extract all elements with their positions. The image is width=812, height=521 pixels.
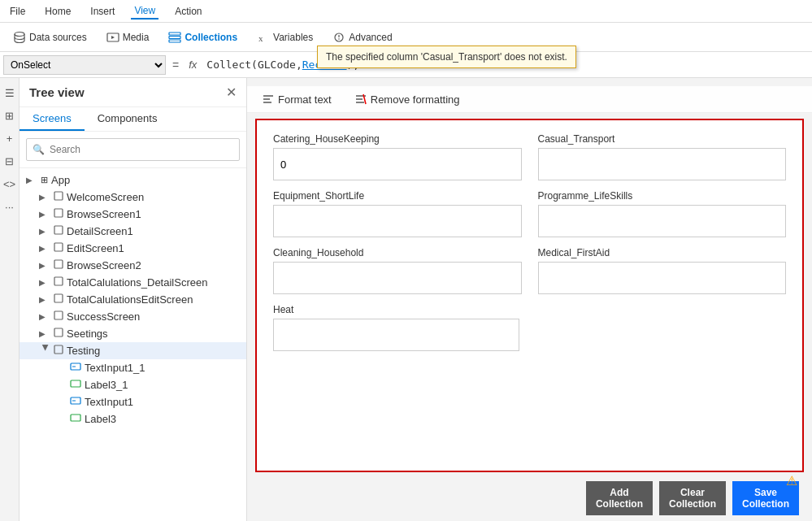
svg-rect-11 <box>54 209 63 217</box>
screen-icon-1 <box>54 208 63 220</box>
field-heat: Heat <box>273 304 786 351</box>
search-input[interactable] <box>26 138 240 161</box>
label-equipment: Equipment_ShortLife <box>273 190 522 202</box>
label3-1-label: Label3_1 <box>85 379 128 391</box>
textinput-icon-0 <box>70 362 81 374</box>
input-heat[interactable] <box>273 319 519 351</box>
tab-components[interactable]: Components <box>85 107 171 131</box>
advanced-label: Advanced <box>349 32 392 43</box>
remove-formatting-label: Remove formatting <box>371 93 460 106</box>
collections-btn[interactable]: Collections <box>162 28 244 47</box>
label-programme: Programme_LifeSkills <box>538 190 787 202</box>
sidebar: Tree view ✕ Screens Components 🔍 ▶ ⊞ App… <box>20 78 247 521</box>
save-collection-label: SaveCollection <box>742 487 789 510</box>
chevron-browse1: ▶ <box>39 210 52 219</box>
browsescreen1-label: BrowseScreen1 <box>67 208 141 220</box>
seetings-label: Seetings <box>67 328 108 340</box>
textinput1-label: TextInput1 <box>85 396 133 408</box>
screen-icon-4 <box>54 259 63 271</box>
label-cleaning: Cleaning_Household <box>273 247 522 258</box>
more-icon[interactable]: ··· <box>2 198 18 215</box>
clear-collection-button[interactable]: ClearCollection <box>659 481 726 515</box>
label3-label: Label3 <box>85 413 116 425</box>
field-cleaning-household: Cleaning_Household <box>273 247 522 294</box>
variables-btn[interactable]: x Variables <box>250 28 319 47</box>
browsescreen2-label: BrowseScreen2 <box>67 259 141 271</box>
tree-item-browsescreen2[interactable]: ▶ BrowseScreen2 <box>20 257 246 274</box>
formula-select[interactable]: OnSelect <box>3 55 166 75</box>
input-equipment[interactable] <box>273 205 522 237</box>
input-medical[interactable] <box>538 262 787 294</box>
warning-icon: ⚠ <box>786 473 797 488</box>
tab-screens[interactable]: Screens <box>20 107 85 131</box>
svg-rect-22 <box>71 380 80 387</box>
input-casual[interactable] <box>538 148 787 180</box>
layers-icon[interactable]: ⊞ <box>2 107 18 124</box>
remove-formatting-btn[interactable]: Remove formatting <box>350 91 465 107</box>
menu-file[interactable]: File <box>7 4 28 19</box>
input-cleaning[interactable] <box>273 262 522 294</box>
tree-item-totalcaldetail[interactable]: ▶ TotalCalulations_DetailScreen <box>20 274 246 291</box>
chevron-welcome: ▶ <box>39 193 52 202</box>
error-tooltip: The specified column 'Casual_Transport' … <box>317 46 576 68</box>
welcomescreen-label: WelcomeScreen <box>67 191 144 203</box>
svg-rect-18 <box>54 328 63 336</box>
menu-home[interactable]: Home <box>41 4 74 19</box>
advanced-icon <box>332 31 345 44</box>
tree-item-label3-1[interactable]: ▶ Label3_1 <box>20 376 246 393</box>
tree-item-totalcaledit[interactable]: ▶ TotalCalulationsEditScreen <box>20 291 246 308</box>
sidebar-close-button[interactable]: ✕ <box>226 85 237 100</box>
media-btn[interactable]: Media <box>100 28 156 47</box>
fx-button[interactable]: fx <box>185 59 200 71</box>
data-icon[interactable]: ⊟ <box>2 153 18 169</box>
tree-item-textinput1-1[interactable]: ▶ TextInput1_1 <box>20 359 246 376</box>
input-catering[interactable] <box>273 148 522 180</box>
format-toolbar: Format text Remove formatting <box>247 86 812 113</box>
menu-view[interactable]: View <box>131 3 158 20</box>
svg-rect-5 <box>169 40 180 42</box>
insert-icon[interactable]: + <box>2 130 18 146</box>
tree-item-detailscreen1[interactable]: ▶ DetailScreen1 <box>20 223 246 240</box>
tree-item-successscreen[interactable]: ▶ SuccessScreen <box>20 308 246 325</box>
datasources-label: Data sources <box>29 32 87 43</box>
add-collection-button[interactable]: AddCollection <box>586 481 653 515</box>
svg-marker-2 <box>111 36 115 39</box>
bottom-buttons: AddCollection ClearCollection ⚠ SaveColl… <box>247 475 812 521</box>
remove-format-icon <box>354 93 367 106</box>
chevron-edit1: ▶ <box>39 244 52 253</box>
tree-item-testing[interactable]: ▶ Testing <box>20 342 246 359</box>
tree-item-textinput1[interactable]: ▶ TextInput1 <box>20 393 246 410</box>
sidebar-search-area: 🔍 <box>20 132 246 168</box>
menu-insert[interactable]: Insert <box>87 4 118 19</box>
chevron-browse2: ▶ <box>39 261 52 270</box>
svg-rect-13 <box>54 243 63 251</box>
svg-rect-10 <box>54 192 63 200</box>
variables-label: Variables <box>273 32 313 43</box>
media-label: Media <box>123 32 150 43</box>
tree-item-editscreen1[interactable]: ▶ EditScreen1 <box>20 240 246 257</box>
svg-rect-14 <box>54 260 63 268</box>
chevron-detail1: ▶ <box>39 227 52 236</box>
input-programme[interactable] <box>538 205 787 237</box>
field-casual-transport: Casual_Transport <box>538 133 787 180</box>
tree-item-label3[interactable]: ▶ Label3 <box>20 410 246 428</box>
format-text-btn[interactable]: Format text <box>257 91 337 107</box>
label-casual: Casual_Transport <box>538 133 787 145</box>
tree-item-seetings[interactable]: ▶ Seetings <box>20 325 246 342</box>
datasources-btn[interactable]: Data sources <box>7 28 93 47</box>
tree-item-welcomescreen[interactable]: ▶ WelcomeScreen <box>20 189 246 206</box>
code-icon[interactable]: <> <box>2 176 18 192</box>
chevron-totalcaldetail: ▶ <box>39 278 52 287</box>
tree-item-browsescreen1[interactable]: ▶ BrowseScreen1 <box>20 206 246 223</box>
label-medical: Medical_FirstAid <box>538 247 787 258</box>
menu-action[interactable]: Action <box>172 4 205 19</box>
datasources-icon <box>13 31 26 44</box>
menubar: File Home Insert View Action <box>0 0 812 23</box>
label-icon-0 <box>70 379 81 391</box>
tree-item-app[interactable]: ▶ ⊞ App <box>20 171 246 189</box>
field-catering-housekeeping: Catering_HouseKeeping <box>273 133 522 180</box>
equals-sign: = <box>169 59 182 72</box>
variables-icon: x <box>257 31 270 44</box>
hamburger-icon[interactable]: ☰ <box>2 85 18 101</box>
advanced-btn[interactable]: Advanced <box>326 28 398 47</box>
